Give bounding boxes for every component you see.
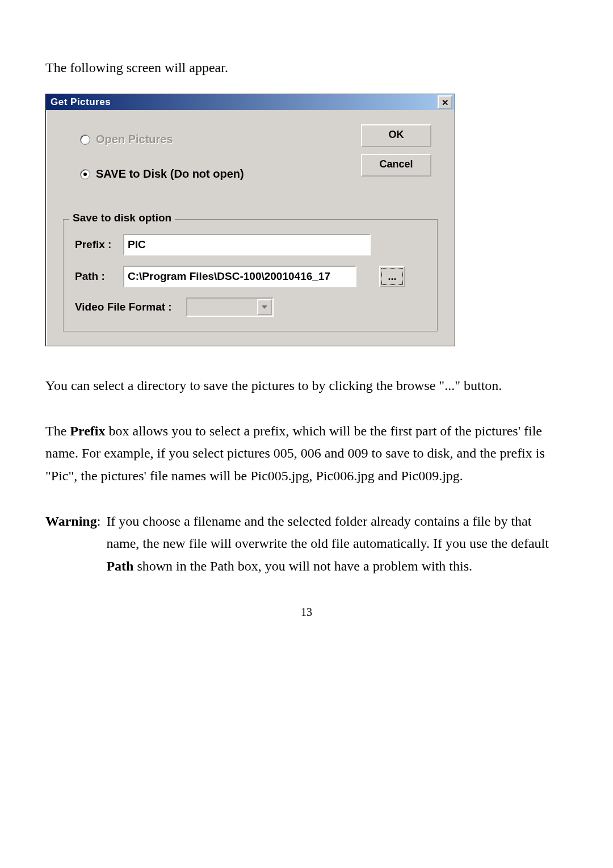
prefix-label: Prefix : bbox=[75, 238, 123, 251]
dialog-body: Open Pictures SAVE to Disk (Do not open)… bbox=[46, 110, 455, 346]
warning-paragraph: Warning: If you choose a filename and th… bbox=[45, 510, 568, 578]
intro-text: The following screen will appear. bbox=[45, 59, 568, 77]
cancel-button[interactable]: Cancel bbox=[361, 154, 431, 177]
radio-open-label: Open Pictures bbox=[96, 133, 173, 146]
ok-button[interactable]: OK bbox=[361, 124, 431, 147]
close-button[interactable]: ✕ bbox=[438, 95, 452, 109]
text: box allows you to select a prefix, which… bbox=[45, 423, 545, 483]
warning-label: Warning bbox=[45, 514, 97, 529]
page-number: 13 bbox=[45, 606, 568, 619]
browse-button[interactable]: ... bbox=[379, 266, 405, 287]
path-input[interactable]: C:\Program Files\DSC-100\20010416_17 bbox=[123, 266, 356, 287]
paragraph-prefix: The Prefix box allows you to select a pr… bbox=[45, 420, 568, 488]
video-file-format-row: Video File Format : bbox=[75, 297, 426, 317]
save-to-disk-groupbox: Save to disk option Prefix : PIC Path : … bbox=[63, 219, 438, 332]
dialog-title: Get Pictures bbox=[51, 97, 111, 108]
radio-icon bbox=[80, 169, 90, 179]
text-bold: Path bbox=[106, 559, 133, 573]
text: If you choose a filename and the selecte… bbox=[106, 514, 549, 551]
radio-open-pictures[interactable]: Open Pictures bbox=[80, 133, 361, 146]
get-pictures-dialog: Get Pictures ✕ Open Pictures SAVE to Dis… bbox=[45, 94, 455, 346]
radio-icon bbox=[80, 135, 90, 145]
groupbox-legend: Save to disk option bbox=[69, 212, 175, 224]
text: : bbox=[97, 514, 101, 529]
dialog-titlebar: Get Pictures ✕ bbox=[46, 94, 455, 110]
text-bold: Prefix bbox=[70, 423, 105, 438]
chevron-down-icon bbox=[257, 299, 272, 315]
path-row: Path : C:\Program Files\DSC-100\20010416… bbox=[75, 266, 426, 287]
radio-save-to-disk[interactable]: SAVE to Disk (Do not open) bbox=[80, 167, 361, 181]
video-file-format-combo[interactable] bbox=[186, 297, 274, 317]
radio-save-label: SAVE to Disk (Do not open) bbox=[96, 167, 244, 181]
video-file-format-label: Video File Format : bbox=[75, 301, 172, 313]
svg-marker-0 bbox=[262, 305, 267, 309]
prefix-row: Prefix : PIC bbox=[75, 234, 426, 255]
close-icon: ✕ bbox=[442, 98, 449, 107]
path-label: Path : bbox=[75, 270, 123, 283]
text: shown in the Path box, you will not have… bbox=[133, 559, 472, 573]
text: The bbox=[45, 423, 70, 438]
paragraph-browse: You can select a directory to save the p… bbox=[45, 375, 568, 397]
prefix-input[interactable]: PIC bbox=[123, 234, 371, 255]
